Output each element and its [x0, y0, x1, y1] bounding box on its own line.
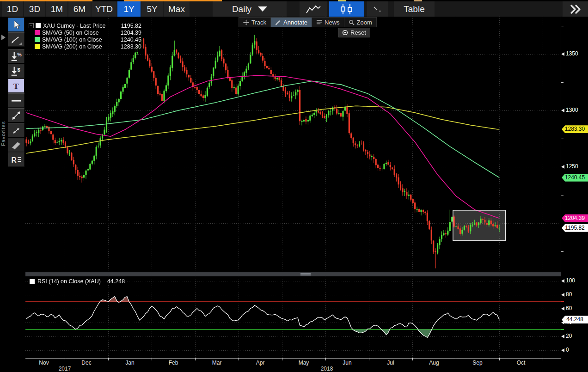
- bloomberg-chart-screen: 1D 3D 1M 6M YTD 1Y 5Y Max Daily: [0, 0, 588, 372]
- legend-row[interactable]: SMAVG (50) on Close 1204.39: [28, 29, 141, 36]
- drawing-tools-sidebar: % $ T: [0, 17, 25, 372]
- series-value: 1283.30: [116, 43, 141, 50]
- legend-row[interactable]: SMAVG (200) on Close 1283.30: [28, 43, 141, 50]
- svg-text:R: R: [12, 156, 17, 164]
- zoom-label: Zoom: [357, 19, 372, 26]
- month-boundary-tick: [543, 358, 543, 360]
- price-tick-arrow: [561, 165, 564, 169]
- rsi-tick-label: 60: [566, 305, 572, 311]
- svg-text:%: %: [18, 52, 22, 57]
- pencil-icon: [10, 34, 22, 45]
- month-boundary-tick: [282, 358, 282, 360]
- rsi-tick-label: 20: [566, 333, 572, 339]
- rsi-tick-label: 100: [566, 277, 575, 284]
- year-label: 2017: [59, 366, 71, 372]
- candle-chart-type-button[interactable]: [329, 1, 364, 17]
- regression-icon: R: [10, 154, 22, 165]
- arrow-down-dollar-icon: $: [10, 66, 22, 77]
- expand-panel-button[interactable]: [563, 1, 588, 17]
- magnifier-icon: [349, 19, 355, 25]
- legend-row[interactable]: SMAVG (100) on Close 1240.45: [28, 36, 141, 43]
- reset-target-icon: [342, 30, 348, 36]
- tool-cursor[interactable]: [8, 18, 24, 32]
- tool-draw-line[interactable]: [8, 32, 24, 47]
- track-button[interactable]: Track: [239, 18, 271, 27]
- month-boundary-tick: [195, 358, 196, 360]
- rsi-tick-arrow: [561, 279, 564, 283]
- svg-text:$: $: [18, 67, 21, 72]
- collapse-arrow-icon[interactable]: [1, 35, 6, 40]
- month-label: Oct: [517, 360, 526, 366]
- zoom-button[interactable]: Zoom: [344, 18, 376, 27]
- tool-measure-dollar[interactable]: $: [8, 64, 24, 78]
- price-minor-tick: [561, 82, 564, 83]
- period-button-5y[interactable]: 5Y: [141, 1, 163, 17]
- reset-label: Reset: [350, 29, 366, 36]
- month-boundary-tick: [412, 358, 413, 360]
- annotate-button-active[interactable]: Annotate: [271, 18, 312, 27]
- tool-trend-line[interactable]: [8, 108, 24, 122]
- tool-horizontal-line[interactable]: [8, 93, 24, 108]
- tool-measure-percent[interactable]: %: [8, 49, 24, 63]
- reset-button[interactable]: Reset: [338, 28, 370, 37]
- series-label: SMAVG (50) on Close: [42, 30, 116, 36]
- short-trend-line-icon: [10, 124, 22, 136]
- month-label: Nov: [39, 360, 49, 366]
- month-label: Jun: [343, 360, 351, 366]
- arrow-down-percent-icon: %: [10, 51, 22, 62]
- divider-grip-handle[interactable]: [300, 273, 311, 275]
- series-value: 1195.82: [116, 23, 141, 29]
- month-label: Mar: [212, 360, 222, 366]
- price-badge: 1195.82: [562, 224, 588, 232]
- year-label: 2018: [321, 366, 333, 372]
- price-tick-arrow: [561, 109, 564, 112]
- rsi-value: 44.248: [107, 278, 125, 285]
- month-label: Jul: [387, 360, 394, 366]
- annotation-mini-button[interactable]: [367, 1, 388, 17]
- tool-text[interactable]: T: [8, 79, 24, 93]
- tool-short-trend-line[interactable]: [8, 123, 24, 137]
- month-label: Aug: [429, 360, 439, 366]
- tool-channel[interactable]: [8, 138, 24, 152]
- track-label: Track: [251, 19, 266, 26]
- month-boundary-tick: [65, 358, 65, 360]
- rsi-tick-arrow: [561, 307, 564, 311]
- month-label: Feb: [169, 360, 178, 366]
- candlestick-icon: [337, 3, 356, 15]
- period-button-max[interactable]: Max: [164, 1, 190, 17]
- series-swatch: [35, 44, 40, 49]
- rsi-tick-arrow: [561, 348, 564, 352]
- line-chart-icon: [305, 4, 322, 14]
- price-tick-label: 1350: [566, 50, 578, 57]
- crosshair-move-icon: [243, 19, 249, 25]
- double-chevron-right-icon: [569, 4, 582, 15]
- legend-row[interactable]: XAU Curncy - Last Price 1195.82: [28, 22, 141, 29]
- tool-regression[interactable]: R: [8, 152, 24, 167]
- period-button-3d[interactable]: 3D: [24, 1, 45, 17]
- period-button-1d[interactable]: 1D: [2, 1, 23, 17]
- news-button[interactable]: News: [312, 18, 344, 27]
- table-button[interactable]: Table: [394, 1, 435, 17]
- cursor-icon: [11, 20, 21, 30]
- rsi-panel-chart[interactable]: [25, 276, 561, 358]
- series-swatch: [36, 23, 41, 28]
- month-label: May: [299, 360, 309, 366]
- period-button-1y-selected[interactable]: 1Y: [117, 1, 141, 17]
- period-button-ytd[interactable]: YTD: [92, 1, 116, 17]
- rsi-oversold-tick: [561, 329, 564, 330]
- period-button-1m[interactable]: 1M: [46, 1, 67, 17]
- month-boundary-tick: [499, 358, 500, 360]
- rsi-tick-arrow: [561, 335, 564, 338]
- rsi-tick-arrow: [561, 293, 564, 297]
- collapse-tree-icon[interactable]: [29, 23, 34, 28]
- frequency-dropdown[interactable]: Daily: [213, 1, 287, 17]
- period-button-6m[interactable]: 6M: [68, 1, 91, 17]
- line-chart-type-button[interactable]: [300, 1, 327, 17]
- rsi-legend[interactable]: RSI (14) on Close (XAU) 44.248: [28, 278, 127, 285]
- series-swatch: [30, 279, 35, 284]
- main-candlestick-chart[interactable]: [25, 17, 561, 272]
- favorites-label[interactable]: Favorites: [0, 104, 8, 164]
- series-swatch: [35, 30, 40, 35]
- month-label: Sep: [472, 360, 482, 366]
- price-minor-tick: [561, 251, 564, 252]
